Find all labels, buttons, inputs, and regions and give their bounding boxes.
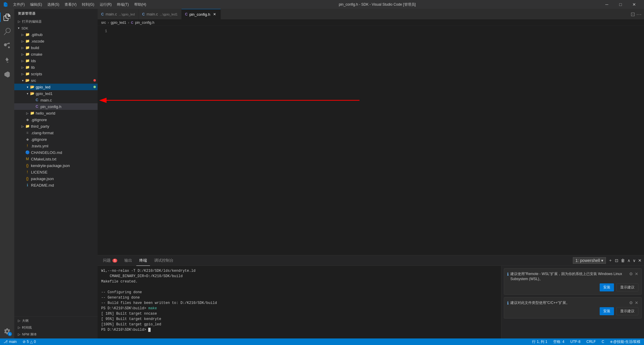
panel-tab-debug[interactable]: 调试控制台 [151, 255, 176, 266]
show-suggestion-cpp-button[interactable]: 显示建议 [616, 307, 638, 315]
tab-label: pin_config.h [189, 12, 210, 17]
maximize-panel-button[interactable]: ∧ [627, 258, 630, 263]
cursor-position-item[interactable]: 行 1, 列 1 [531, 338, 548, 345]
panel-tabs: 问题 5 输出 终端 调试控制台 1: powershell ▾ [98, 255, 644, 266]
tree-item-kendryte-package[interactable]: ▷ {} kendryte-package.json [14, 162, 98, 169]
activity-settings[interactable]: 1 [0, 324, 14, 338]
git-branch-item[interactable]: ⎇ main [2, 338, 18, 345]
tab-close-button[interactable]: ✕ [212, 12, 217, 17]
tree-item-changelog[interactable]: ▷ 🔵 CHANGELOG.md [14, 149, 98, 156]
tree-item-lib[interactable]: ▷ 📁 lib [14, 64, 98, 71]
new-terminal-button[interactable]: ＋ [608, 258, 612, 263]
menu-run[interactable]: 运行(R) [97, 1, 114, 8]
tree-item-gitignore[interactable]: ▷ ◆ .gitignore [14, 116, 98, 123]
panel-tab-terminal[interactable]: 终端 [136, 255, 150, 266]
activity-extensions[interactable] [0, 67, 14, 82]
tree-item-vscode[interactable]: ▷ 📁 .vscode [14, 38, 98, 44]
menu-goto[interactable]: 转到(G) [79, 1, 96, 8]
info-icon: ℹ [507, 272, 509, 277]
tabs-bar: C main.c ...\gpio_led C main.c ...\gpio_… [98, 9, 644, 19]
tree-item-cmake[interactable]: ▷ 📁 cmake [14, 51, 98, 57]
terminal-content[interactable]: Wl,--no-relax -T D:/K210/SDK/lds/kendryt… [98, 266, 501, 338]
annotation-arrow [98, 26, 644, 255]
tree-item-label: third_party [31, 124, 98, 129]
tree-item-clang-format[interactable]: ▷ ≡ .clang-format [14, 129, 98, 136]
editor-content[interactable]: 1 [98, 26, 644, 255]
menu-help[interactable]: 帮助(H) [132, 1, 149, 8]
dropdown-label: 1: powershell [576, 258, 600, 263]
terminal-line: [100%] Built target gpio_led [101, 322, 498, 327]
tree-item-label: CHANGELOG.md [31, 150, 98, 155]
tree-item-cmakelists[interactable]: ▷ M CMakeLists.txt [14, 156, 98, 162]
tree-item-build[interactable]: ▷ 📁 build [14, 44, 98, 51]
settings-icon[interactable]: ⚙ [629, 300, 633, 305]
notification-cpp: ℹ 建议对此文件类型使用"C/C++"扩展。 ⚙ ✕ 安装 显示建议 [504, 297, 642, 319]
activity-search[interactable] [0, 24, 14, 39]
problems-label: 问题 [103, 258, 111, 263]
breadcrumb-pin-config[interactable]: pin_config.h [135, 21, 154, 25]
eol-item[interactable]: CRLF [585, 338, 597, 345]
activity-explorer[interactable] [0, 10, 14, 24]
activity-run[interactable] [0, 53, 14, 67]
remote-item[interactable]: ⊕@技能-生活/双模 [609, 338, 642, 345]
menu-view[interactable]: 查看(V) [62, 1, 79, 8]
kill-terminal-button[interactable]: 🗑 [621, 258, 625, 263]
tree-item-pin-config[interactable]: ▷ C pin_config.h [14, 103, 98, 110]
tree-item-main-c[interactable]: ▷ C main.c [14, 97, 98, 103]
show-suggestion-button[interactable]: 显示建议 [616, 283, 638, 291]
tab-main-c-gpio-led[interactable]: C main.c ...\gpio_led [98, 9, 139, 19]
sdk-root-section[interactable]: ▾ SDK [14, 25, 98, 31]
sidebar-header: 资源管理器 [14, 9, 98, 18]
language-item[interactable]: C [601, 338, 606, 345]
breadcrumb-src[interactable]: src [101, 21, 106, 25]
tree-item-scripts[interactable]: ▷ 📁 scripts [14, 71, 98, 77]
warning-count: 0 [34, 340, 36, 344]
sidebar: 资源管理器 ▷ 打开的编辑器 ▾ SDK ▷ 📁 .github ▷ 📁 .vs… [14, 9, 98, 338]
settings-icon[interactable]: ⚙ [629, 271, 633, 276]
menu-edit[interactable]: 编辑(E) [28, 1, 44, 8]
menu-select[interactable]: 选择(S) [45, 1, 62, 8]
split-terminal-button[interactable]: ⊡ [615, 258, 618, 263]
timeline-section[interactable]: ▷ 时间线 [14, 324, 98, 331]
tab-main-c-gpio-led1[interactable]: C main.c ...\gpio_led1 [139, 9, 182, 19]
breadcrumb-gpio-led1[interactable]: gpio_led1 [111, 21, 126, 25]
terminal-dropdown[interactable]: 1: powershell ▾ [573, 257, 606, 264]
menu-terminal[interactable]: 终端(T) [115, 1, 131, 8]
menu-file[interactable]: 文件(F) [11, 1, 27, 8]
tree-item-license[interactable]: ▷ ! LICENSE [14, 169, 98, 175]
tree-item-readme[interactable]: ▷ ℹ README.md [14, 182, 98, 188]
panel-tab-output[interactable]: 输出 [121, 255, 135, 266]
minimize-button[interactable]: ─ [600, 0, 614, 9]
tree-item-gpio-led[interactable]: ▾ 📂 gpio_led [14, 84, 98, 90]
tree-item-src[interactable]: ▾ 📂 src [14, 77, 98, 84]
close-notification-button[interactable]: ✕ [635, 271, 638, 276]
tab-pin-config-h[interactable]: C pin_config.h ✕ [182, 9, 221, 19]
close-button[interactable]: ✕ [627, 0, 641, 9]
more-actions-button[interactable]: ⋯ [636, 11, 642, 18]
maximize-button[interactable]: □ [614, 0, 627, 9]
tree-item-hello-world[interactable]: ▷ 📁 hello_world [14, 110, 98, 116]
tree-item-travis[interactable]: ▷ ! .travis.yml [14, 143, 98, 149]
install-cpp-button[interactable]: 安装 [600, 307, 614, 315]
outline-section[interactable]: ▷ 大纲 [14, 317, 98, 324]
npm-section[interactable]: ▷ NPM 脚本 [14, 331, 98, 338]
tree-item-package-json[interactable]: ▷ {} package.json [14, 175, 98, 182]
outline-label: 大纲 [22, 319, 29, 323]
tree-item-github[interactable]: ▷ 📁 .github [14, 31, 98, 38]
spaces-item[interactable]: 空格: 4 [552, 338, 565, 345]
activity-source-control[interactable] [0, 39, 14, 53]
install-wsl-button[interactable]: 安装 [600, 283, 614, 291]
tree-item-gitignore2[interactable]: ▷ ◆ .gitignore [14, 136, 98, 143]
panel-tab-problems[interactable]: 问题 5 [100, 255, 120, 266]
encoding-item[interactable]: UTF-8 [569, 338, 582, 345]
close-panel-button[interactable]: ✕ [638, 258, 642, 263]
error-warning-item[interactable]: ⊘ 5 △ 0 [21, 338, 37, 345]
minimize-panel-button[interactable]: ∨ [633, 258, 636, 263]
tree-item-third-party[interactable]: ▷ 📁 third_party [14, 123, 98, 129]
notification-wsl: ℹ 建议使用"Remote - WSL"扩展，因为你的系统上已安装 Window… [504, 268, 642, 295]
split-editor-button[interactable]: ⊡ [631, 11, 635, 18]
tree-item-gpio-led1[interactable]: ▾ 📂 gpio_led1 [14, 90, 98, 97]
tree-item-lds[interactable]: ▷ 📁 lds [14, 57, 98, 64]
close-notification-button[interactable]: ✕ [635, 300, 638, 305]
open-editors-section[interactable]: ▷ 打开的编辑器 [14, 18, 98, 25]
